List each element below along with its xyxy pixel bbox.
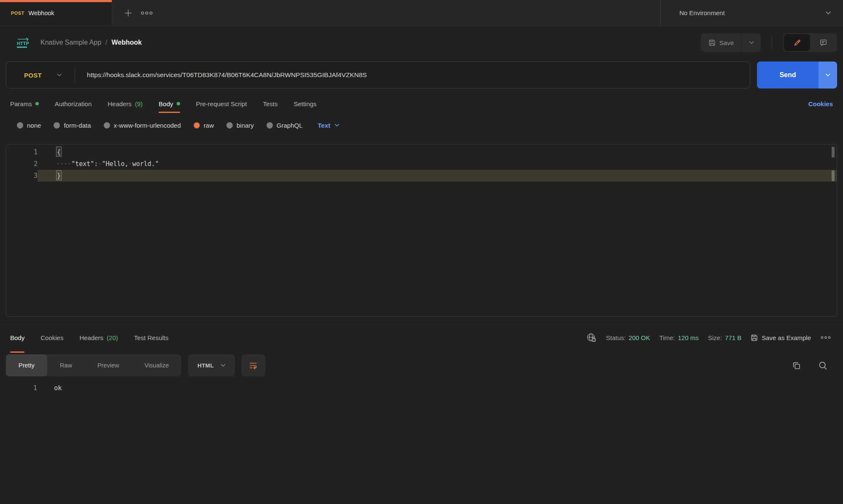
radio-selected-icon [194, 122, 200, 129]
radio-none[interactable]: none [17, 122, 41, 129]
search-response-button[interactable] [818, 361, 828, 370]
view-visualize[interactable]: Visualize [132, 354, 181, 376]
chevron-down-icon [825, 11, 831, 15]
edit-comment-group [783, 33, 837, 52]
tab-label: Headers [79, 334, 103, 341]
method-selector[interactable]: POST [6, 72, 75, 79]
line-number: 1 [0, 382, 37, 394]
tab-params[interactable]: Params [10, 94, 39, 113]
radio-form-data[interactable]: form-data [54, 122, 91, 129]
tab-pre-request-script[interactable]: Pre-request Script [196, 94, 247, 113]
save-as-example-label: Save as Example [762, 334, 811, 341]
line-number: 3 [6, 170, 38, 182]
radio-label: x-www-form-urlencoded [114, 122, 181, 129]
green-dot-indicator [177, 102, 180, 105]
tab-options-button[interactable] [137, 0, 156, 26]
send-button-group: Send [757, 62, 837, 88]
url-box: POST [6, 62, 750, 88]
tab-label: Body [10, 334, 24, 341]
tab-headers[interactable]: Headers (9) [108, 94, 143, 113]
editor-line-3-current: 3 } [6, 170, 837, 182]
send-options-button[interactable] [819, 62, 837, 88]
chevron-down-icon [57, 73, 62, 77]
bracket-highlight: { [56, 147, 62, 157]
response-text: ok [37, 382, 62, 394]
request-body-editor[interactable]: 1 { 2 ····"text":·"Hello,·world." 3 } [6, 144, 837, 317]
view-pretty[interactable]: Pretty [6, 354, 47, 376]
wrap-text-icon [249, 361, 258, 370]
url-input[interactable] [75, 71, 750, 79]
whitespace-dot: · [129, 160, 132, 168]
tab-label: Settings [294, 100, 316, 107]
comment-icon [819, 39, 827, 47]
request-tabs: Params Authorization Headers (9) Body Pr… [0, 94, 843, 113]
tab-settings[interactable]: Settings [294, 94, 316, 113]
url-row: POST Send [0, 59, 843, 88]
search-icon [818, 361, 828, 370]
new-tab-button[interactable] [119, 0, 137, 26]
status-indicator[interactable]: Status: 200 OK [606, 334, 650, 341]
tab-label: Tests [263, 100, 277, 107]
tab-body[interactable]: Body [159, 94, 180, 113]
response-options-button[interactable] [820, 335, 831, 340]
wrap-lines-button[interactable] [242, 354, 265, 376]
radio-icon [17, 122, 23, 129]
radio-binary[interactable]: binary [226, 122, 254, 129]
editor-scrollbar-thumb[interactable] [832, 147, 835, 158]
network-globe-icon[interactable] [586, 332, 597, 343]
tab-authorization[interactable]: Authorization [55, 94, 92, 113]
radio-x-www-form-urlencoded[interactable]: x-www-form-urlencoded [104, 122, 181, 129]
green-dot-indicator [35, 102, 39, 105]
response-language-label: HTML [197, 362, 214, 369]
save-options-button[interactable] [741, 33, 761, 52]
size-indicator[interactable]: Size: 771 B [708, 334, 742, 341]
breadcrumb-collection[interactable]: Knative Sample App [40, 39, 101, 46]
view-raw[interactable]: Raw [47, 354, 85, 376]
status-value: 200 OK [629, 334, 650, 341]
response-language-selector[interactable]: HTML [188, 354, 235, 376]
response-body-viewer[interactable]: 1 ok [0, 382, 843, 394]
save-as-example-button[interactable]: Save as Example [751, 334, 811, 341]
save-icon [708, 39, 716, 46]
radio-icon [267, 122, 273, 129]
response-tab-test-results[interactable]: Test Results [134, 322, 169, 353]
size-value: 771 B [725, 334, 741, 341]
cookies-link[interactable]: Cookies [808, 100, 833, 107]
bracket-highlight: } [56, 170, 62, 180]
response-tab-headers[interactable]: Headers (20) [79, 322, 118, 353]
radio-raw[interactable]: raw [194, 122, 214, 129]
pencil-icon [793, 39, 801, 47]
editor-line-2: 2 ····"text":·"Hello,·world." [6, 158, 837, 170]
response-view-switcher: Pretty Raw Preview Visualize [6, 354, 181, 376]
response-tab-body[interactable]: Body [10, 322, 24, 353]
tab-label: Params [10, 100, 32, 107]
response-toolbar-right [792, 361, 828, 370]
radio-label: GraphQL [277, 122, 303, 129]
radio-icon [104, 122, 110, 129]
save-button-group: Save [701, 33, 761, 52]
radio-label: none [27, 122, 41, 129]
response-view-row: Pretty Raw Preview Visualize HTML [6, 354, 828, 376]
tab-label: Headers [108, 100, 132, 107]
comments-button[interactable] [810, 34, 836, 51]
raw-language-selector[interactable]: Text [318, 122, 340, 129]
breadcrumb-request-name[interactable]: Webhook [112, 39, 142, 46]
copy-response-button[interactable] [792, 361, 801, 370]
edit-request-button[interactable] [784, 34, 810, 51]
response-line-1: 1 ok [0, 382, 843, 394]
time-indicator[interactable]: Time: 120 ms [660, 334, 699, 341]
response-meta: Status: 200 OK Time: 120 ms Size: 771 B … [586, 332, 831, 343]
radio-graphql[interactable]: GraphQL [267, 122, 303, 129]
chevron-down-icon [334, 123, 339, 127]
response-tab-cookies[interactable]: Cookies [40, 322, 63, 353]
save-button[interactable]: Save [701, 33, 741, 52]
response-section: Body Cookies Headers (20) Test Results [0, 322, 843, 394]
radio-label: raw [204, 122, 214, 129]
environment-label: No Environment [679, 9, 725, 16]
request-tab-webhook[interactable]: POST Webhook [0, 0, 112, 26]
view-preview[interactable]: Preview [85, 354, 132, 376]
send-button[interactable]: Send [757, 62, 819, 88]
breadcrumb-row: HTTP Knative Sample App / Webhook Save [0, 26, 843, 59]
environment-selector[interactable]: No Environment [660, 0, 843, 26]
tab-tests[interactable]: Tests [263, 94, 277, 113]
